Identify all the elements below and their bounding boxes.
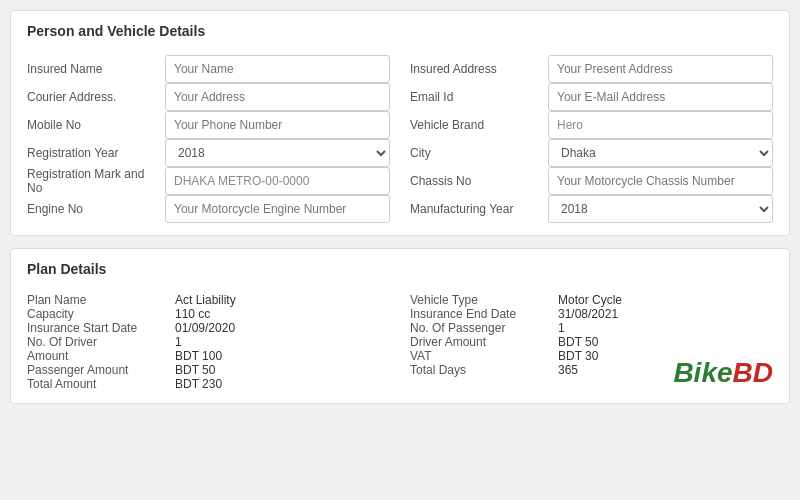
plan-row: No. Of Driver1: [27, 335, 390, 349]
input-courier-address[interactable]: [165, 83, 390, 111]
plan-value: BDT 50: [558, 335, 598, 349]
label-chassis-no: Chassis No: [410, 174, 540, 188]
input-reg-year[interactable]: 2018: [165, 139, 390, 167]
input-reg-mark[interactable]: [165, 167, 390, 195]
plan-label: Vehicle Type: [410, 293, 550, 307]
input-city[interactable]: Dhaka: [548, 139, 773, 167]
form-row-mfg-year: Manufacturing Year2018: [410, 195, 773, 223]
form-row-engine-no: Engine No: [27, 195, 390, 223]
label-email-id: Email Id: [410, 90, 540, 104]
plan-row: Total AmountBDT 230: [27, 377, 390, 391]
input-mobile-no[interactable]: [165, 111, 390, 139]
input-vehicle-brand[interactable]: [548, 111, 773, 139]
label-insured-name: Insured Name: [27, 62, 157, 76]
plan-value: 01/09/2020: [175, 321, 235, 335]
plan-label: Plan Name: [27, 293, 167, 307]
plan-label: Amount: [27, 349, 167, 363]
plan-value: Act Liability: [175, 293, 236, 307]
input-insured-name[interactable]: [165, 55, 390, 83]
plan-details-section: Plan Details Plan NameAct LiabilityCapac…: [10, 248, 790, 404]
plan-value: BDT 100: [175, 349, 222, 363]
label-insured-address: Insured Address: [410, 62, 540, 76]
plan-row: Passenger AmountBDT 50: [27, 363, 390, 377]
input-insured-address[interactable]: [548, 55, 773, 83]
input-engine-no[interactable]: [165, 195, 390, 223]
plan-row: No. Of Passenger1: [410, 321, 773, 335]
input-mfg-year[interactable]: 2018: [548, 195, 773, 223]
person-vehicle-section: Person and Vehicle Details Insured NameC…: [10, 10, 790, 236]
logo-bd: BD: [733, 357, 773, 388]
plan-label: Total Amount: [27, 377, 167, 391]
plan-label: Passenger Amount: [27, 363, 167, 377]
plan-grid: Plan NameAct LiabilityCapacity110 ccInsu…: [27, 293, 773, 391]
plan-row: Capacity110 cc: [27, 307, 390, 321]
plan-left-column: Plan NameAct LiabilityCapacity110 ccInsu…: [27, 293, 390, 391]
plan-value: 1: [558, 321, 565, 335]
plan-label: No. Of Passenger: [410, 321, 550, 335]
plan-value: BDT 230: [175, 377, 222, 391]
section-title-plan: Plan Details: [27, 261, 773, 281]
form-row-reg-year: Registration Year2018: [27, 139, 390, 167]
plan-value: BDT 50: [175, 363, 215, 377]
right-column: Insured AddressEmail IdVehicle BrandCity…: [410, 55, 773, 223]
form-row-email-id: Email Id: [410, 83, 773, 111]
label-reg-mark: Registration Mark and No: [27, 167, 157, 195]
plan-label: Driver Amount: [410, 335, 550, 349]
bikebd-logo: BikeBD: [673, 357, 773, 389]
plan-value: BDT 30: [558, 349, 598, 363]
label-mfg-year: Manufacturing Year: [410, 202, 540, 216]
form-row-insured-name: Insured Name: [27, 55, 390, 83]
label-mobile-no: Mobile No: [27, 118, 157, 132]
plan-row: Plan NameAct Liability: [27, 293, 390, 307]
form-row-vehicle-brand: Vehicle Brand: [410, 111, 773, 139]
plan-row: Insurance End Date31/08/2021: [410, 307, 773, 321]
form-row-city: CityDhaka: [410, 139, 773, 167]
plan-label: Insurance End Date: [410, 307, 550, 321]
logo-bike: Bike: [673, 357, 732, 388]
plan-row: AmountBDT 100: [27, 349, 390, 363]
plan-label: VAT: [410, 349, 550, 363]
plan-row: Insurance Start Date01/09/2020: [27, 321, 390, 335]
form-row-courier-address: Courier Address.: [27, 83, 390, 111]
label-vehicle-brand: Vehicle Brand: [410, 118, 540, 132]
input-email-id[interactable]: [548, 83, 773, 111]
plan-value: 110 cc: [175, 307, 210, 321]
form-row-insured-address: Insured Address: [410, 55, 773, 83]
form-row-reg-mark: Registration Mark and No: [27, 167, 390, 195]
input-chassis-no[interactable]: [548, 167, 773, 195]
label-engine-no: Engine No: [27, 202, 157, 216]
plan-value: 365: [558, 363, 578, 377]
form-row-mobile-no: Mobile No: [27, 111, 390, 139]
label-courier-address: Courier Address.: [27, 90, 157, 104]
plan-label: No. Of Driver: [27, 335, 167, 349]
plan-label: Capacity: [27, 307, 167, 321]
plan-row: Driver AmountBDT 50: [410, 335, 773, 349]
plan-value: Motor Cycle: [558, 293, 622, 307]
label-city: City: [410, 146, 540, 160]
form-grid: Insured NameCourier Address.Mobile NoReg…: [27, 55, 773, 223]
section-title-person: Person and Vehicle Details: [27, 23, 773, 43]
plan-label: Insurance Start Date: [27, 321, 167, 335]
plan-value: 31/08/2021: [558, 307, 618, 321]
form-row-chassis-no: Chassis No: [410, 167, 773, 195]
plan-label: Total Days: [410, 363, 550, 377]
label-reg-year: Registration Year: [27, 146, 157, 160]
plan-row: Vehicle TypeMotor Cycle: [410, 293, 773, 307]
plan-value: 1: [175, 335, 182, 349]
left-column: Insured NameCourier Address.Mobile NoReg…: [27, 55, 390, 223]
